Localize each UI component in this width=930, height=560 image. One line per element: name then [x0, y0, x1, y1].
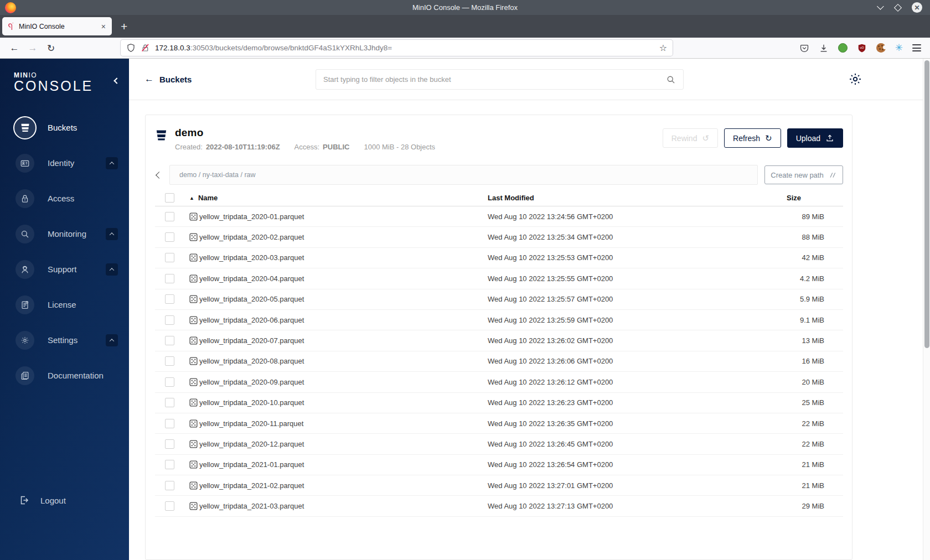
row-checkbox[interactable]	[165, 419, 174, 428]
sidebar-item-access[interactable]: Access	[0, 181, 129, 216]
magnifier-icon	[16, 225, 34, 243]
column-header-size[interactable]: Size	[787, 194, 843, 202]
row-checkbox[interactable]	[165, 253, 174, 262]
bucket-icon	[13, 116, 37, 139]
extension-green-icon[interactable]	[838, 43, 848, 53]
window-maximize-icon[interactable]	[894, 3, 902, 11]
row-checkbox[interactable]	[165, 336, 174, 345]
object-size: 9.1 MiB	[787, 316, 843, 324]
table-row: yellow_tripdata_2020-11.parquet Wed Aug …	[155, 413, 843, 434]
create-new-path-button[interactable]: Create new path	[764, 165, 843, 184]
row-checkbox[interactable]	[165, 398, 174, 407]
rewind-button[interactable]: Rewind ↺	[663, 128, 718, 148]
downloads-icon[interactable]	[819, 43, 829, 53]
chevron-up-icon[interactable]	[106, 228, 118, 240]
row-checkbox[interactable]	[165, 232, 174, 242]
sidebar-item-logout[interactable]: Logout	[0, 489, 129, 511]
object-name[interactable]: yellow_tripdata_2020-12.parquet	[199, 440, 488, 448]
sidebar-collapse-icon[interactable]	[113, 77, 120, 84]
back-to-buckets-link[interactable]: ← Buckets	[144, 74, 192, 85]
object-name[interactable]: yellow_tripdata_2020-09.parquet	[199, 378, 488, 386]
object-name[interactable]: yellow_tripdata_2021-01.parquet	[199, 460, 488, 469]
row-checkbox[interactable]	[165, 315, 174, 325]
row-checkbox[interactable]	[165, 501, 174, 511]
row-checkbox[interactable]	[165, 439, 174, 449]
browser-forward-icon[interactable]: →	[25, 40, 40, 56]
chevron-up-icon[interactable]	[106, 157, 118, 169]
upload-button[interactable]: Upload	[787, 128, 843, 148]
sidebar-item-buckets[interactable]: Buckets	[0, 110, 129, 146]
url-bar[interactable]: 172.18.0.3:30503/buckets/demo/browse/bnk…	[121, 40, 673, 56]
scrollbar-thumb[interactable]	[924, 60, 929, 348]
browser-tab-bar: MinIO Console × +	[0, 15, 930, 38]
browser-reload-icon[interactable]: ↻	[43, 40, 59, 56]
browser-back-icon[interactable]: ←	[7, 40, 22, 56]
object-size: 16 MiB	[787, 357, 843, 365]
menu-hamburger-icon[interactable]	[912, 44, 921, 51]
url-text[interactable]: 172.18.0.3:30503/buckets/demo/browse/bnk…	[155, 44, 654, 52]
row-checkbox[interactable]	[165, 460, 174, 469]
row-checkbox[interactable]	[165, 212, 174, 221]
object-name[interactable]: yellow_tripdata_2020-11.parquet	[199, 419, 488, 428]
objects-table: ▲ Name Last Modified Size yello	[155, 190, 843, 517]
search-input[interactable]	[323, 75, 666, 84]
object-size: 20 MiB	[787, 378, 843, 386]
parquet-file-icon	[189, 357, 199, 365]
sidebar-item-documentation[interactable]: Documentation	[0, 358, 129, 393]
column-header-name[interactable]: ▲ Name	[189, 194, 488, 202]
sidebar-item-support[interactable]: Support	[0, 252, 129, 287]
access-value: PUBLIC	[323, 143, 349, 151]
object-name[interactable]: yellow_tripdata_2020-03.parquet	[199, 253, 488, 262]
insecure-lock-icon[interactable]	[141, 43, 150, 53]
cookie-extension-icon[interactable]	[876, 43, 886, 53]
bookmark-star-icon[interactable]: ☆	[659, 43, 667, 53]
select-all-checkbox[interactable]	[165, 193, 174, 203]
sidebar-item-identity[interactable]: Identity	[0, 146, 129, 181]
browser-navbar: ← → ↻ 172.18.0.3:30503/buckets/demo/brow…	[0, 38, 930, 59]
column-header-last-modified[interactable]: Last Modified	[488, 194, 787, 202]
object-size: 5.9 MiB	[787, 295, 843, 303]
row-checkbox[interactable]	[165, 274, 174, 283]
object-name[interactable]: yellow_tripdata_2021-02.parquet	[199, 481, 488, 490]
path-back-icon[interactable]	[155, 173, 163, 178]
content-scrollbar[interactable]	[923, 59, 930, 560]
support-headset-icon	[16, 260, 34, 279]
page-topbar: ← Buckets	[129, 59, 930, 100]
object-name[interactable]: yellow_tripdata_2020-04.parquet	[199, 274, 488, 283]
settings-gear-icon[interactable]	[848, 72, 862, 86]
table-body: yellow_tripdata_2020-01.parquet Wed Aug …	[155, 206, 843, 517]
object-last-modified: Wed Aug 10 2022 13:26:54 GMT+0200	[488, 460, 787, 469]
row-checkbox[interactable]	[165, 294, 174, 304]
refresh-button[interactable]: Refresh ↻	[724, 128, 781, 148]
object-last-modified: Wed Aug 10 2022 13:26:23 GMT+0200	[488, 398, 787, 407]
browser-tab[interactable]: MinIO Console ×	[2, 17, 112, 35]
row-checkbox[interactable]	[165, 356, 174, 366]
breadcrumb[interactable]: demo / ny-taxi-data / raw	[169, 165, 758, 185]
object-name[interactable]: yellow_tripdata_2021-03.parquet	[199, 502, 488, 510]
table-row: yellow_tripdata_2020-05.parquet Wed Aug …	[155, 289, 843, 310]
object-name[interactable]: yellow_tripdata_2020-02.parquet	[199, 233, 488, 241]
window-close-icon[interactable]: ✕	[912, 2, 922, 13]
object-name[interactable]: yellow_tripdata_2020-10.parquet	[199, 398, 488, 407]
sidebar-item-monitoring[interactable]: Monitoring	[0, 216, 129, 252]
tab-close-icon[interactable]: ×	[100, 22, 107, 31]
ublock-origin-icon[interactable]: uO	[857, 43, 867, 53]
object-name[interactable]: yellow_tripdata_2020-06.parquet	[199, 316, 488, 324]
pocket-icon[interactable]	[799, 43, 809, 53]
row-checkbox[interactable]	[165, 481, 174, 490]
shield-permissions-icon[interactable]	[126, 43, 136, 53]
container-asterisk-icon[interactable]: ✳	[895, 43, 903, 53]
object-name[interactable]: yellow_tripdata_2020-07.parquet	[199, 336, 488, 345]
sidebar: MINIO CONSOLE Buckets	[0, 59, 129, 560]
row-checkbox[interactable]	[165, 377, 174, 387]
object-size: 29 MiB	[787, 502, 843, 510]
object-name[interactable]: yellow_tripdata_2020-08.parquet	[199, 357, 488, 365]
chevron-up-icon[interactable]	[106, 263, 118, 276]
object-name[interactable]: yellow_tripdata_2020-05.parquet	[199, 295, 488, 303]
new-tab-button[interactable]: +	[121, 20, 127, 33]
sidebar-item-license[interactable]: License	[0, 287, 129, 323]
sidebar-item-settings[interactable]: Settings	[0, 323, 129, 358]
chevron-up-icon[interactable]	[106, 334, 118, 346]
object-name[interactable]: yellow_tripdata_2020-01.parquet	[199, 212, 488, 221]
parquet-file-icon	[189, 253, 199, 262]
